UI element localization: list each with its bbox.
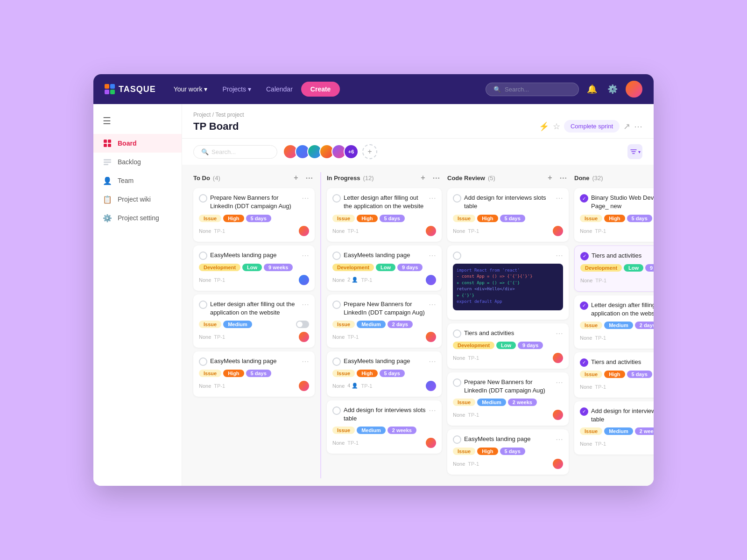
card-code-image: import React from 'react' - const App = …: [453, 264, 563, 310]
card-menu-cr3[interactable]: ⋯: [556, 329, 563, 338]
card-menu-cr5[interactable]: ⋯: [556, 435, 563, 444]
col-menu-ip[interactable]: ⋯: [430, 172, 442, 183]
card-ip-1[interactable]: Letter design after filling out the appl…: [327, 188, 442, 241]
check-icon-ip5[interactable]: [332, 406, 341, 415]
toggle-3[interactable]: [296, 321, 309, 328]
card-ip-5[interactable]: Add design for interviews slots table ⋯ …: [327, 400, 442, 454]
user-avatar[interactable]: [626, 81, 642, 98]
card-menu-ip5[interactable]: ⋯: [429, 406, 436, 415]
check-icon-d3[interactable]: ✓: [580, 301, 588, 310]
col-add-todo[interactable]: +: [290, 172, 302, 183]
sidebar-item-team[interactable]: 👤 Team: [93, 171, 182, 190]
sidebar-item-backlog[interactable]: Backlog: [93, 153, 182, 171]
team-icon: 👤: [103, 176, 112, 185]
check-icon-ip4[interactable]: [332, 357, 341, 366]
board-header: Project / Test project TP Board ⚡ ☆ Comp…: [182, 104, 654, 139]
avatar-more[interactable]: +6: [344, 144, 359, 159]
card-done-5[interactable]: ✓ Add design for interviews slots table …: [574, 401, 654, 455]
col-add-ip[interactable]: +: [417, 172, 429, 183]
card-cr-2-image[interactable]: ⋯ import React from 'react' - const App …: [447, 245, 569, 320]
share-icon[interactable]: ↗: [623, 121, 630, 132]
sidebar-item-board[interactable]: Board: [93, 134, 182, 153]
logo[interactable]: TASQUE: [105, 84, 156, 94]
card-done-1[interactable]: ✓ Binary Studio Web Development Page_ ne…: [574, 188, 654, 241]
tag-low: Low: [242, 264, 262, 271]
card-avatar-cr3: [553, 353, 563, 363]
board-toolbar: 🔍 Search... +6 + ▾: [182, 139, 654, 165]
card-menu-cr2[interactable]: ⋯: [556, 251, 563, 260]
card-cr-3[interactable]: Tiers and activities ⋯ Development Low 9…: [447, 323, 569, 369]
nav-item-your-work[interactable]: Your work ▾: [167, 82, 214, 97]
card-done-3[interactable]: ✓ Letter design after filling out the ap…: [574, 295, 654, 349]
sidebar-item-project-wiki[interactable]: 📋 Project wiki: [93, 190, 182, 209]
card-menu-cr4[interactable]: ⋯: [556, 378, 563, 387]
create-button[interactable]: Create: [301, 82, 340, 97]
check-icon-cr4[interactable]: [453, 378, 461, 387]
sidebar-item-project-setting[interactable]: ⚙️ Project setting: [93, 209, 182, 227]
card-avatar-cr5: [553, 459, 563, 469]
check-icon-cr1[interactable]: [453, 194, 461, 203]
board-search[interactable]: 🔍 Search...: [193, 145, 277, 159]
card-todo-1[interactable]: Prepare New Banners for LinkedIn (DDT ca…: [193, 188, 315, 241]
nav-right: 🔍 Search... 🔔 ⚙️: [486, 81, 642, 98]
filter-button[interactable]: ▾: [627, 144, 642, 159]
menu-icon[interactable]: ☰: [93, 112, 182, 130]
check-icon-3[interactable]: [199, 301, 207, 309]
svg-rect-0: [104, 140, 107, 143]
card-done-2[interactable]: ✓ Tiers and activities ⋯ Development Low…: [574, 245, 654, 292]
card-ip-2[interactable]: EasyMeets landing page ⋯ Development Low…: [327, 245, 442, 291]
card-todo-4[interactable]: EasyMeets landing page ⋯ Issue High 5 da…: [193, 351, 315, 397]
nav-item-projects[interactable]: Projects ▾: [216, 82, 258, 97]
check-icon-ip3[interactable]: [332, 301, 341, 309]
card-menu-cr1[interactable]: ⋯: [556, 194, 563, 203]
card-cr-1[interactable]: Add design for interviews slots table ⋯ …: [447, 188, 569, 241]
check-icon-d1[interactable]: ✓: [580, 194, 588, 203]
card-todo-3[interactable]: Letter design after filling out the appl…: [193, 294, 315, 348]
svg-rect-1: [108, 140, 111, 143]
check-icon-d5[interactable]: ✓: [580, 407, 588, 416]
check-icon-d4[interactable]: ✓: [580, 358, 588, 367]
avatar-add-button[interactable]: +: [362, 144, 377, 159]
check-icon-2[interactable]: [199, 252, 207, 260]
card-menu-2[interactable]: ⋯: [302, 251, 309, 260]
card-menu-ip2[interactable]: ⋯: [429, 251, 436, 260]
check-icon-cr5[interactable]: [453, 435, 461, 444]
more-icon[interactable]: ⋯: [634, 121, 642, 132]
settings-icon[interactable]: ⚙️: [605, 82, 620, 97]
check-icon-ip2[interactable]: [332, 252, 341, 260]
col-menu-cr[interactable]: ⋯: [557, 172, 569, 183]
sidebar-item-board-label: Board: [118, 140, 136, 147]
search-box[interactable]: 🔍 Search...: [486, 83, 579, 96]
check-icon-cr2[interactable]: [453, 252, 461, 260]
star-icon[interactable]: ☆: [553, 121, 560, 132]
col-add-cr[interactable]: +: [544, 172, 556, 183]
check-icon-cr3[interactable]: [453, 329, 461, 338]
check-icon-4[interactable]: [199, 357, 207, 366]
card-todo-2[interactable]: EasyMeets landing page ⋯ Development Low…: [193, 245, 315, 291]
card-cr-4[interactable]: Prepare New Banners for LinkedIn (DDT ca…: [447, 372, 569, 426]
notifications-icon[interactable]: 🔔: [585, 82, 599, 97]
nav-item-calendar[interactable]: Calendar: [260, 82, 299, 97]
search-icon: 🔍: [493, 86, 501, 93]
complete-sprint-button[interactable]: Complete sprint: [564, 120, 620, 133]
card-menu-ip3[interactable]: ⋯: [429, 300, 436, 309]
check-icon-d2[interactable]: ✓: [580, 252, 589, 260]
check-icon-ip1[interactable]: [332, 194, 341, 203]
card-avatar-ip2: [426, 275, 436, 285]
card-menu-ip4[interactable]: ⋯: [429, 357, 436, 366]
check-icon-1[interactable]: [199, 194, 207, 203]
lightning-icon[interactable]: ⚡: [539, 121, 549, 132]
card-menu-4[interactable]: ⋯: [302, 357, 309, 366]
card-menu-1[interactable]: ⋯: [302, 194, 309, 203]
card-menu-3[interactable]: ⋯: [302, 300, 309, 309]
card-menu-ip1[interactable]: ⋯: [429, 194, 436, 203]
col-menu-todo[interactable]: ⋯: [303, 172, 315, 183]
board-icon: [103, 139, 112, 148]
col-header-done: Done (32) + ⋯: [574, 172, 654, 183]
card-done-4[interactable]: ✓ Tiers and activities ⋯ Issue High 5 da…: [574, 352, 654, 398]
card-avatar-ip1: [426, 226, 436, 236]
card-ip-3[interactable]: Prepare New Banners for LinkedIn (DDT ca…: [327, 294, 442, 348]
svg-rect-5: [104, 161, 111, 163]
card-cr-5[interactable]: EasyMeets landing page ⋯ Issue High 5 da…: [447, 429, 569, 475]
card-ip-4[interactable]: EasyMeets landing page ⋯ Issue High 5 da…: [327, 351, 442, 397]
